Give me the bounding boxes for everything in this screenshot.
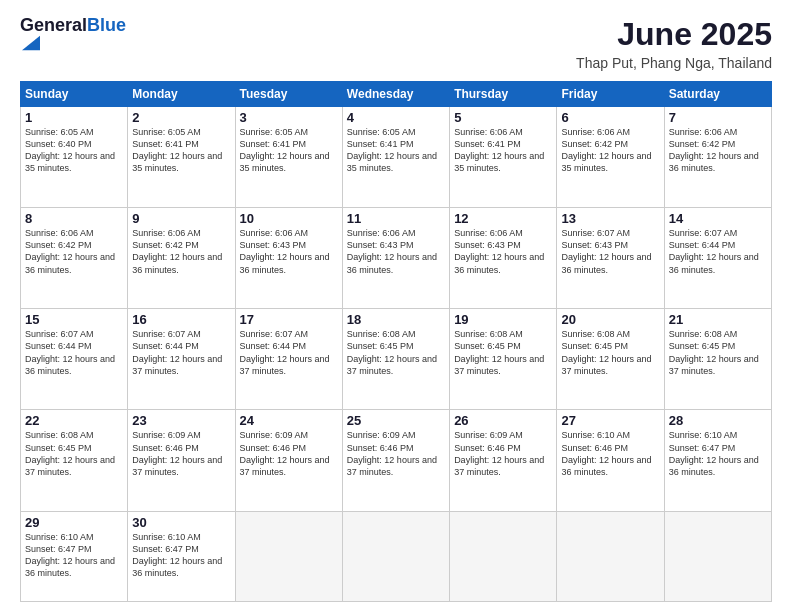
- day-number: 23: [132, 413, 230, 428]
- day-number: 16: [132, 312, 230, 327]
- calendar-row: 29Sunrise: 6:10 AMSunset: 6:47 PMDayligh…: [21, 511, 772, 602]
- cell-details: Sunrise: 6:05 AMSunset: 6:40 PMDaylight:…: [25, 126, 123, 175]
- weekday-header: Monday: [128, 82, 235, 107]
- calendar-cell: 4Sunrise: 6:05 AMSunset: 6:41 PMDaylight…: [342, 107, 449, 208]
- day-number: 28: [669, 413, 767, 428]
- calendar-cell: 23Sunrise: 6:09 AMSunset: 6:46 PMDayligh…: [128, 410, 235, 511]
- calendar-cell: 25Sunrise: 6:09 AMSunset: 6:46 PMDayligh…: [342, 410, 449, 511]
- calendar-cell: 12Sunrise: 6:06 AMSunset: 6:43 PMDayligh…: [450, 208, 557, 309]
- page: GeneralBlue June 2025 Thap Put, Phang Ng…: [0, 0, 792, 612]
- calendar-cell: 30Sunrise: 6:10 AMSunset: 6:47 PMDayligh…: [128, 511, 235, 602]
- day-number: 19: [454, 312, 552, 327]
- cell-details: Sunrise: 6:09 AMSunset: 6:46 PMDaylight:…: [132, 429, 230, 478]
- day-number: 7: [669, 110, 767, 125]
- month-title: June 2025: [576, 16, 772, 53]
- day-number: 15: [25, 312, 123, 327]
- day-number: 14: [669, 211, 767, 226]
- logo-icon: [22, 34, 40, 52]
- calendar-cell: 15Sunrise: 6:07 AMSunset: 6:44 PMDayligh…: [21, 309, 128, 410]
- cell-details: Sunrise: 6:07 AMSunset: 6:44 PMDaylight:…: [669, 227, 767, 276]
- calendar-cell: 27Sunrise: 6:10 AMSunset: 6:46 PMDayligh…: [557, 410, 664, 511]
- day-number: 27: [561, 413, 659, 428]
- logo-blue: Blue: [87, 15, 126, 35]
- calendar-cell: 6Sunrise: 6:06 AMSunset: 6:42 PMDaylight…: [557, 107, 664, 208]
- calendar-cell: 20Sunrise: 6:08 AMSunset: 6:45 PMDayligh…: [557, 309, 664, 410]
- cell-details: Sunrise: 6:09 AMSunset: 6:46 PMDaylight:…: [240, 429, 338, 478]
- cell-details: Sunrise: 6:06 AMSunset: 6:42 PMDaylight:…: [561, 126, 659, 175]
- day-number: 5: [454, 110, 552, 125]
- weekday-header: Friday: [557, 82, 664, 107]
- day-number: 10: [240, 211, 338, 226]
- cell-details: Sunrise: 6:09 AMSunset: 6:46 PMDaylight:…: [347, 429, 445, 478]
- calendar-cell: 24Sunrise: 6:09 AMSunset: 6:46 PMDayligh…: [235, 410, 342, 511]
- cell-details: Sunrise: 6:06 AMSunset: 6:43 PMDaylight:…: [240, 227, 338, 276]
- calendar-cell: 21Sunrise: 6:08 AMSunset: 6:45 PMDayligh…: [664, 309, 771, 410]
- calendar-cell: [557, 511, 664, 602]
- cell-details: Sunrise: 6:05 AMSunset: 6:41 PMDaylight:…: [240, 126, 338, 175]
- weekday-header: Wednesday: [342, 82, 449, 107]
- header: GeneralBlue June 2025 Thap Put, Phang Ng…: [20, 16, 772, 71]
- day-number: 18: [347, 312, 445, 327]
- cell-details: Sunrise: 6:06 AMSunset: 6:43 PMDaylight:…: [454, 227, 552, 276]
- calendar-cell: [235, 511, 342, 602]
- day-number: 17: [240, 312, 338, 327]
- weekday-header: Tuesday: [235, 82, 342, 107]
- day-number: 8: [25, 211, 123, 226]
- cell-details: Sunrise: 6:05 AMSunset: 6:41 PMDaylight:…: [132, 126, 230, 175]
- cell-details: Sunrise: 6:06 AMSunset: 6:43 PMDaylight:…: [347, 227, 445, 276]
- day-number: 6: [561, 110, 659, 125]
- day-number: 24: [240, 413, 338, 428]
- cell-details: Sunrise: 6:08 AMSunset: 6:45 PMDaylight:…: [454, 328, 552, 377]
- weekday-header: Saturday: [664, 82, 771, 107]
- calendar-row: 8Sunrise: 6:06 AMSunset: 6:42 PMDaylight…: [21, 208, 772, 309]
- calendar-cell: 18Sunrise: 6:08 AMSunset: 6:45 PMDayligh…: [342, 309, 449, 410]
- cell-details: Sunrise: 6:08 AMSunset: 6:45 PMDaylight:…: [25, 429, 123, 478]
- day-number: 29: [25, 515, 123, 530]
- calendar-cell: 22Sunrise: 6:08 AMSunset: 6:45 PMDayligh…: [21, 410, 128, 511]
- calendar-cell: 14Sunrise: 6:07 AMSunset: 6:44 PMDayligh…: [664, 208, 771, 309]
- cell-details: Sunrise: 6:07 AMSunset: 6:44 PMDaylight:…: [25, 328, 123, 377]
- calendar-cell: 29Sunrise: 6:10 AMSunset: 6:47 PMDayligh…: [21, 511, 128, 602]
- day-number: 1: [25, 110, 123, 125]
- day-number: 4: [347, 110, 445, 125]
- cell-details: Sunrise: 6:06 AMSunset: 6:42 PMDaylight:…: [25, 227, 123, 276]
- cell-details: Sunrise: 6:07 AMSunset: 6:44 PMDaylight:…: [132, 328, 230, 377]
- day-number: 3: [240, 110, 338, 125]
- calendar-cell: 9Sunrise: 6:06 AMSunset: 6:42 PMDaylight…: [128, 208, 235, 309]
- weekday-header: Thursday: [450, 82, 557, 107]
- cell-details: Sunrise: 6:10 AMSunset: 6:46 PMDaylight:…: [561, 429, 659, 478]
- day-number: 30: [132, 515, 230, 530]
- day-number: 22: [25, 413, 123, 428]
- calendar-header-row: SundayMondayTuesdayWednesdayThursdayFrid…: [21, 82, 772, 107]
- calendar-cell: 11Sunrise: 6:06 AMSunset: 6:43 PMDayligh…: [342, 208, 449, 309]
- calendar-cell: 16Sunrise: 6:07 AMSunset: 6:44 PMDayligh…: [128, 309, 235, 410]
- cell-details: Sunrise: 6:08 AMSunset: 6:45 PMDaylight:…: [561, 328, 659, 377]
- calendar-cell: 1Sunrise: 6:05 AMSunset: 6:40 PMDaylight…: [21, 107, 128, 208]
- calendar-cell: 28Sunrise: 6:10 AMSunset: 6:47 PMDayligh…: [664, 410, 771, 511]
- cell-details: Sunrise: 6:07 AMSunset: 6:43 PMDaylight:…: [561, 227, 659, 276]
- cell-details: Sunrise: 6:06 AMSunset: 6:41 PMDaylight:…: [454, 126, 552, 175]
- cell-details: Sunrise: 6:10 AMSunset: 6:47 PMDaylight:…: [669, 429, 767, 478]
- day-number: 12: [454, 211, 552, 226]
- cell-details: Sunrise: 6:08 AMSunset: 6:45 PMDaylight:…: [347, 328, 445, 377]
- logo-general: General: [20, 15, 87, 35]
- calendar-row: 22Sunrise: 6:08 AMSunset: 6:45 PMDayligh…: [21, 410, 772, 511]
- day-number: 20: [561, 312, 659, 327]
- calendar-cell: [450, 511, 557, 602]
- cell-details: Sunrise: 6:07 AMSunset: 6:44 PMDaylight:…: [240, 328, 338, 377]
- day-number: 9: [132, 211, 230, 226]
- calendar-cell: 8Sunrise: 6:06 AMSunset: 6:42 PMDaylight…: [21, 208, 128, 309]
- weekday-header: Sunday: [21, 82, 128, 107]
- calendar-cell: [664, 511, 771, 602]
- cell-details: Sunrise: 6:08 AMSunset: 6:45 PMDaylight:…: [669, 328, 767, 377]
- cell-details: Sunrise: 6:09 AMSunset: 6:46 PMDaylight:…: [454, 429, 552, 478]
- title-block: June 2025 Thap Put, Phang Nga, Thailand: [576, 16, 772, 71]
- calendar-cell: 26Sunrise: 6:09 AMSunset: 6:46 PMDayligh…: [450, 410, 557, 511]
- calendar-cell: [342, 511, 449, 602]
- calendar-cell: 17Sunrise: 6:07 AMSunset: 6:44 PMDayligh…: [235, 309, 342, 410]
- cell-details: Sunrise: 6:10 AMSunset: 6:47 PMDaylight:…: [25, 531, 123, 580]
- day-number: 11: [347, 211, 445, 226]
- cell-details: Sunrise: 6:06 AMSunset: 6:42 PMDaylight:…: [669, 126, 767, 175]
- calendar-row: 1Sunrise: 6:05 AMSunset: 6:40 PMDaylight…: [21, 107, 772, 208]
- calendar-cell: 10Sunrise: 6:06 AMSunset: 6:43 PMDayligh…: [235, 208, 342, 309]
